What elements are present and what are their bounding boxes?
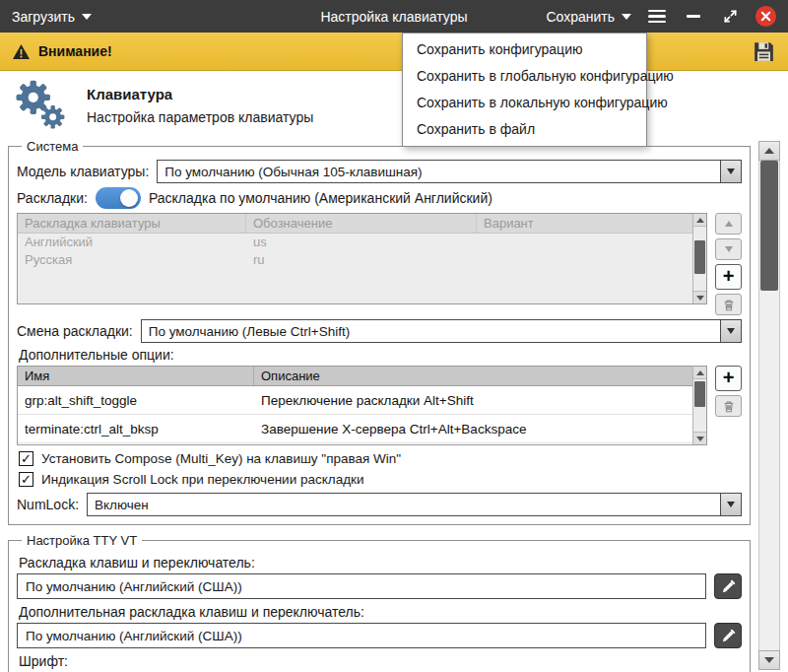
options-table-scrollbar bbox=[692, 367, 706, 444]
dropdown-button[interactable] bbox=[720, 161, 741, 182]
triangle-down-icon bbox=[696, 296, 704, 301]
scroll-thumb[interactable] bbox=[694, 240, 705, 274]
save-menu-button[interactable]: Сохранить bbox=[546, 9, 631, 25]
keyboard-model-label: Модель клавиатуры: bbox=[17, 164, 149, 179]
scroll-up-button[interactable] bbox=[693, 214, 706, 227]
keyboard-model-value: По умолчанию (Обычная 105-клавишная) bbox=[164, 165, 422, 179]
options-table-block: Имя Описание grp:alt_shift_toggle Перекл… bbox=[17, 366, 742, 445]
triangle-up-icon bbox=[696, 370, 704, 375]
triangle-down-icon bbox=[764, 657, 774, 663]
switch-layout-select[interactable]: По умолчанию (Левые Ctrl+Shift) bbox=[141, 319, 742, 343]
scrolllock-checkbox-row: ✓ Индикация Scroll Lock при переключении… bbox=[19, 472, 740, 487]
layout-variant-cell bbox=[477, 251, 693, 269]
scroll-thumb[interactable] bbox=[694, 381, 705, 407]
option-desc-cell: Переключение раскладки Alt+Shift bbox=[254, 392, 693, 409]
app-window: Загрузить Настройка клавиатуры Сохранить bbox=[0, 0, 788, 672]
save-dropdown-menu: Сохранить конфигурацию Сохранить в глоба… bbox=[402, 33, 647, 147]
layout-code-cell: us bbox=[246, 234, 477, 251]
window-title: Настройка клавиатуры bbox=[320, 9, 467, 25]
extra-options-label: Дополнительные опции: bbox=[19, 347, 740, 363]
menu-item-save-global-config[interactable]: Сохранить в глобальную конфигурацию bbox=[403, 63, 646, 90]
scroll-up-button[interactable] bbox=[758, 141, 780, 161]
layout-code-cell: ru bbox=[246, 251, 477, 269]
save-file-button[interactable] bbox=[752, 39, 776, 64]
delete-layout-button[interactable] bbox=[715, 294, 742, 315]
dropdown-button[interactable] bbox=[720, 494, 741, 515]
main-content: Система Модель клавиатуры: По умолчанию … bbox=[0, 139, 751, 672]
scroll-down-button[interactable] bbox=[758, 650, 780, 670]
scroll-track[interactable] bbox=[693, 379, 706, 432]
dropdown-button[interactable] bbox=[720, 320, 741, 342]
options-table: Имя Описание grp:alt_shift_toggle Перекл… bbox=[17, 366, 707, 445]
menu-button[interactable] bbox=[646, 6, 668, 28]
page-title: Клавиатура bbox=[87, 86, 313, 102]
layouts-row: Раскладки: Раскладка по умолчанию (Амери… bbox=[17, 187, 742, 209]
keyboard-model-select[interactable]: По умолчанию (Обычная 105-клавишная) bbox=[157, 160, 742, 183]
scroll-up-button[interactable] bbox=[693, 367, 706, 379]
warning-bar: Внимание! bbox=[0, 33, 788, 71]
options-table-buttons: + bbox=[715, 366, 742, 417]
chevron-down-icon bbox=[727, 502, 735, 507]
tty-extra-layout-input[interactable]: По умолчанию (Английский (США)) bbox=[17, 623, 706, 648]
option-name-cell: grp:alt_shift_toggle bbox=[18, 392, 254, 409]
minimize-button[interactable] bbox=[683, 6, 704, 28]
compose-checkbox[interactable]: ✓ bbox=[19, 451, 33, 466]
layouts-table: Раскладка клавиатуры Обозначение Вариант… bbox=[17, 213, 707, 304]
chevron-down-icon bbox=[727, 328, 735, 334]
menu-item-save-local-config[interactable]: Сохранить в локальную конфигурацию bbox=[403, 90, 646, 116]
switch-layout-label: Смена раскладки: bbox=[17, 323, 133, 339]
main-scrollbar bbox=[758, 141, 780, 670]
triangle-up-icon bbox=[696, 218, 704, 223]
add-layout-button[interactable]: + bbox=[715, 264, 742, 290]
layouts-table-buttons: + bbox=[715, 213, 742, 315]
move-down-button[interactable] bbox=[715, 238, 742, 260]
scroll-down-button[interactable] bbox=[693, 432, 706, 444]
compose-checkbox-label: Установить Compose (Multi_Key) на клавиш… bbox=[41, 451, 401, 466]
table-row[interactable]: terminate:ctrl_alt_bksp Завершение X-сер… bbox=[18, 415, 693, 443]
numlock-row: NumLock: Включен bbox=[17, 493, 742, 516]
layouts-label: Раскладки: bbox=[17, 190, 88, 206]
load-menu-button[interactable]: Загрузить bbox=[12, 9, 92, 25]
trash-icon bbox=[722, 399, 736, 414]
tty-fieldset: Настройка TTY VT Раскладка клавиш и пере… bbox=[8, 533, 751, 672]
tty-layout-edit-button[interactable] bbox=[714, 573, 742, 599]
options-table-header: Имя Описание bbox=[18, 367, 693, 386]
tty-font-label: Шрифт: bbox=[19, 653, 740, 669]
scrolllock-checkbox[interactable]: ✓ bbox=[19, 472, 33, 487]
menu-item-save-to-file[interactable]: Сохранить в файл bbox=[403, 116, 646, 143]
option-desc-cell: Завершение X-сервера Ctrl+Alt+Backspace bbox=[254, 421, 693, 437]
system-legend: Система bbox=[22, 139, 83, 154]
floppy-disk-icon bbox=[752, 39, 776, 64]
delete-option-button[interactable] bbox=[715, 395, 742, 417]
close-button[interactable] bbox=[755, 6, 776, 27]
warning-text: Внимание! bbox=[38, 43, 112, 59]
page-subtitle: Настройка параметров клавиатуры bbox=[87, 109, 313, 125]
arrow-down-icon bbox=[725, 246, 733, 252]
tty-extra-layout-edit-button[interactable] bbox=[714, 623, 742, 648]
menu-item-save-config[interactable]: Сохранить конфигурацию bbox=[403, 36, 646, 63]
default-layout-toggle[interactable] bbox=[96, 187, 141, 209]
add-option-button[interactable]: + bbox=[715, 366, 742, 391]
hamburger-icon bbox=[648, 10, 666, 24]
maximize-button[interactable] bbox=[719, 6, 741, 28]
plus-icon: + bbox=[723, 368, 735, 387]
layouts-table-block: Раскладка клавиатуры Обозначение Вариант… bbox=[17, 213, 742, 315]
switch-layout-value: По умолчанию (Левые Ctrl+Shift) bbox=[149, 324, 350, 339]
table-row: Английский us bbox=[18, 234, 693, 251]
numlock-label: NumLock: bbox=[17, 497, 79, 512]
save-menu-label: Сохранить bbox=[546, 9, 615, 25]
scroll-down-button[interactable] bbox=[693, 291, 706, 303]
scrolllock-checkbox-label: Индикация Scroll Lock при переключении р… bbox=[41, 472, 363, 487]
numlock-select[interactable]: Включен bbox=[87, 493, 742, 516]
table-row[interactable]: grp:alt_shift_toggle Переключение раскла… bbox=[18, 386, 693, 415]
scroll-track[interactable] bbox=[758, 161, 780, 650]
minimize-icon bbox=[687, 15, 700, 18]
scroll-thumb[interactable] bbox=[760, 161, 778, 291]
tty-legend: Настройка TTY VT bbox=[22, 533, 142, 548]
scroll-track[interactable] bbox=[693, 227, 706, 291]
move-up-button[interactable] bbox=[715, 213, 742, 235]
trash-icon bbox=[722, 298, 736, 312]
triangle-down-icon bbox=[696, 437, 704, 441]
tty-layout-input[interactable]: По умолчанию (Английский (США)) bbox=[17, 573, 706, 599]
pencil-icon bbox=[721, 629, 736, 643]
